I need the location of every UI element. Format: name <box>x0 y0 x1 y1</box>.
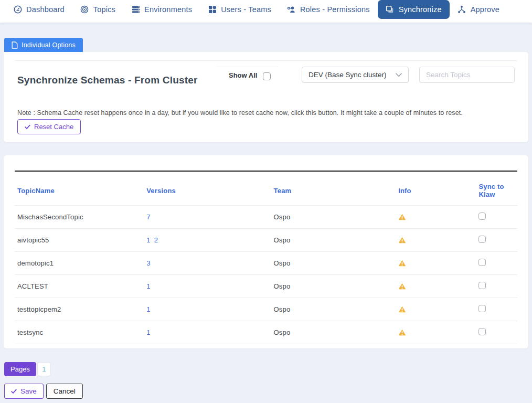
panel-divider <box>15 60 517 61</box>
document-icon <box>12 41 18 49</box>
team-cell: Ospo <box>271 252 396 275</box>
tab-label: Individual Options <box>22 41 76 49</box>
cache-note-text: Note : Schema Cache reset happens once i… <box>17 109 515 117</box>
nav-item-label: Roles - Permissions <box>300 5 370 14</box>
nav-item-label: Users - Teams <box>221 5 271 14</box>
team-cell: Ospo <box>271 229 396 252</box>
sync-to-klaw-checkbox[interactable] <box>478 213 486 220</box>
check-icon <box>25 124 30 130</box>
topic-name-cell: testtopicpem2 <box>15 298 144 321</box>
info-cell <box>396 275 476 298</box>
table-header-row: TopicNameVersionsTeamInfoSync to Klaw <box>15 171 517 206</box>
nav-item-roles-permissions[interactable]: Roles - Permissions <box>279 0 378 19</box>
team-cell: Ospo <box>271 321 396 344</box>
show-all-label: Show All <box>229 70 257 81</box>
sync-cell <box>476 275 517 298</box>
version-link[interactable]: 1 <box>146 305 150 313</box>
sync-to-klaw-checkbox[interactable] <box>478 305 486 312</box>
topic-name-cell: ACLTEST <box>15 275 144 298</box>
version-link[interactable]: 1 <box>146 236 150 244</box>
reset-cache-label: Reset Cache <box>34 123 73 131</box>
roles-permissions-icon <box>287 5 296 14</box>
reset-cache-button[interactable]: Reset Cache <box>17 119 81 134</box>
save-button[interactable]: Save <box>4 384 44 399</box>
column-header-versions: Versions <box>144 171 271 206</box>
nav-item-label: Dashboard <box>26 5 65 14</box>
warning-icon[interactable] <box>398 237 476 243</box>
sync-to-klaw-checkbox[interactable] <box>478 282 486 289</box>
versions-cell: 1 <box>144 298 271 321</box>
nav-item-approve[interactable]: Approve <box>450 0 507 19</box>
team-cell: Ospo <box>271 275 396 298</box>
table-row: testsync1Ospo <box>15 321 517 344</box>
page-number[interactable]: 1 <box>37 362 51 376</box>
cancel-button[interactable]: Cancel <box>46 384 83 399</box>
sync-cell <box>476 206 517 229</box>
version-link[interactable]: 7 <box>146 213 150 221</box>
users-teams-icon <box>208 5 217 14</box>
version-link[interactable]: 1 <box>146 328 150 336</box>
sync-topics-table: TopicNameVersionsTeamInfoSync to Klaw Mi… <box>15 171 517 344</box>
warning-icon[interactable] <box>398 260 476 267</box>
nav-item-synchronize[interactable]: Synchronize <box>378 0 450 19</box>
sync-to-klaw-checkbox[interactable] <box>478 328 486 335</box>
topics-icon <box>80 5 89 14</box>
versions-cell: 1 <box>144 321 271 344</box>
versions-cell: 12 <box>144 229 271 252</box>
synchronize-icon <box>386 5 395 14</box>
column-header-sync-to-klaw: Sync to Klaw <box>476 171 517 206</box>
nav-item-dashboard[interactable]: Dashboard <box>5 0 72 19</box>
page-number-list: 1 <box>36 362 51 376</box>
sync-cell <box>476 298 517 321</box>
versions-cell: 1 <box>144 275 271 298</box>
topic-name-cell: aivtopic55 <box>15 229 144 252</box>
approve-icon <box>457 5 466 14</box>
sync-cell <box>476 321 517 344</box>
show-all-checkbox[interactable] <box>263 72 271 80</box>
pages-button[interactable]: Pages <box>4 362 36 376</box>
column-header-team: Team <box>271 171 396 206</box>
cluster-select-value: DEV (Base Sync cluster) <box>308 71 387 79</box>
check-icon <box>11 389 17 394</box>
topics-table-panel: TopicNameVersionsTeamInfoSync to Klaw Mi… <box>4 155 528 348</box>
version-link[interactable]: 2 <box>154 236 158 244</box>
warning-icon[interactable] <box>398 329 476 336</box>
nav-item-label: Synchronize <box>399 5 442 14</box>
sync-to-klaw-checkbox[interactable] <box>478 259 486 266</box>
table-row: aivtopic5512Ospo <box>15 229 517 252</box>
nav-item-label: Environments <box>144 5 192 14</box>
info-cell <box>396 321 476 344</box>
pagination: Pages 1 <box>4 362 51 376</box>
cluster-select[interactable]: DEV (Base Sync cluster) <box>302 67 409 83</box>
sync-cell <box>476 229 517 252</box>
chevron-down-icon <box>396 71 402 79</box>
warning-icon[interactable] <box>398 214 476 220</box>
topic-name-cell: demotopic1 <box>15 252 144 275</box>
showall-divider <box>217 67 278 67</box>
topic-name-cell: MischasSecondTopic <box>15 206 144 229</box>
warning-icon[interactable] <box>398 306 476 313</box>
table-row: ACLTEST1Ospo <box>15 275 517 298</box>
tab-individual-options[interactable]: Individual Options <box>4 38 83 52</box>
search-topics-input[interactable] <box>419 67 515 83</box>
version-link[interactable]: 1 <box>146 282 150 290</box>
table-row: MischasSecondTopic7Ospo <box>15 206 517 229</box>
table-row: testtopicpem21Ospo <box>15 298 517 321</box>
info-cell <box>396 206 476 229</box>
info-cell <box>396 252 476 275</box>
info-cell <box>396 298 476 321</box>
nav-item-topics[interactable]: Topics <box>72 0 123 19</box>
environments-icon <box>131 5 140 14</box>
top-nav: DashboardTopicsEnvironmentsUsers - Teams… <box>0 0 532 23</box>
version-link[interactable]: 3 <box>146 259 150 267</box>
sync-to-klaw-checkbox[interactable] <box>478 236 486 243</box>
versions-cell: 3 <box>144 252 271 275</box>
info-cell <box>396 229 476 252</box>
nav-items: DashboardTopicsEnvironmentsUsers - Teams… <box>0 0 532 19</box>
warning-icon[interactable] <box>398 283 476 290</box>
save-label: Save <box>20 387 37 395</box>
sync-cell <box>476 252 517 275</box>
nav-item-environments[interactable]: Environments <box>123 0 200 19</box>
topic-name-cell: testsync <box>15 321 144 344</box>
nav-item-users-teams[interactable]: Users - Teams <box>200 0 279 19</box>
